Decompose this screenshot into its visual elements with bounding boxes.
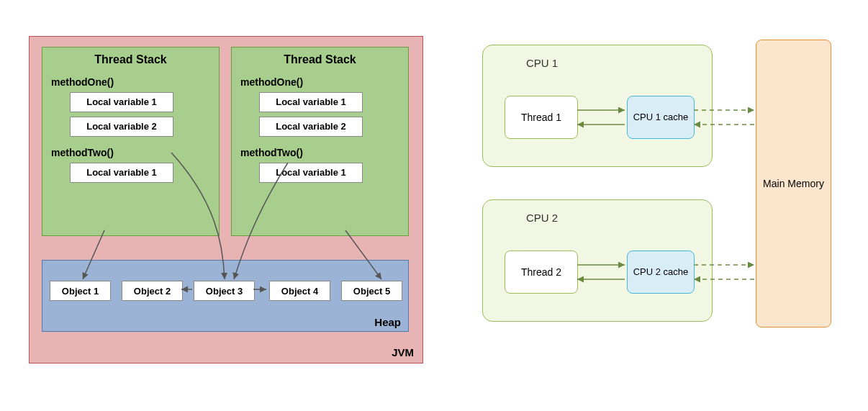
- object-5: Object 5: [341, 281, 402, 301]
- jvm-label: JVM: [392, 346, 414, 358]
- ts1-method-two-label: methodTwo(): [51, 147, 219, 158]
- thread-stack-1-title: Thread Stack: [42, 53, 219, 66]
- object-4: Object 4: [269, 281, 330, 301]
- ts1-method-one-label: methodOne(): [51, 76, 219, 88]
- object-3: Object 3: [194, 281, 255, 301]
- cpu-2-cache-box: CPU 2 cache: [627, 250, 695, 294]
- thread-stack-2-title: Thread Stack: [232, 53, 408, 66]
- thread-1-box: Thread 1: [505, 96, 578, 139]
- object-1: Object 1: [50, 281, 111, 301]
- main-memory-box: Main Memory: [756, 40, 831, 328]
- ts1-m1-local-2: Local variable 2: [70, 117, 173, 137]
- cpu-2-title: CPU 2: [526, 212, 558, 224]
- ts1-m2-local-1: Local variable 1: [70, 163, 173, 183]
- thread-2-box: Thread 2: [505, 250, 578, 294]
- ts1-m1-local-1: Local variable 1: [70, 92, 173, 112]
- object-2: Object 2: [122, 281, 183, 301]
- cpu-1-cache-box: CPU 1 cache: [627, 96, 695, 139]
- cpu-2-container: CPU 2 Thread 2 CPU 2 cache: [482, 199, 713, 322]
- ts2-method-two-label: methodTwo(): [240, 147, 408, 158]
- jvm-container: JVM Thread Stack methodOne() Local varia…: [29, 36, 423, 363]
- cpu-1-title: CPU 1: [526, 57, 558, 69]
- ts2-m1-local-1: Local variable 1: [259, 92, 363, 112]
- ts2-m2-local-1: Local variable 1: [259, 163, 363, 183]
- heap-label: Heap: [374, 316, 401, 328]
- ts2-method-one-label: methodOne(): [240, 76, 408, 88]
- heap-container: Heap Object 1 Object 2 Object 3 Object 4…: [42, 260, 409, 332]
- ts2-m1-local-2: Local variable 2: [259, 117, 363, 137]
- thread-stack-2: Thread Stack methodOne() Local variable …: [231, 47, 409, 236]
- thread-stack-1: Thread Stack methodOne() Local variable …: [42, 47, 220, 236]
- cpu-1-container: CPU 1 Thread 1 CPU 1 cache: [482, 45, 713, 167]
